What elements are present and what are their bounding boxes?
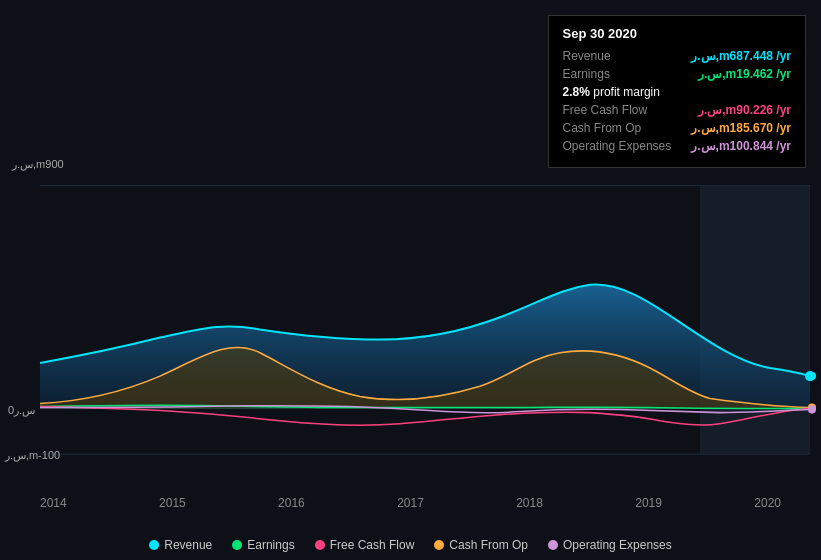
tooltip-date: Sep 30 2020 [563,26,791,41]
tooltip-label-cashop: Cash From Op [563,121,642,135]
tooltip-value-opex: س.ر,m100.844 /yr [691,139,791,153]
revenue-right-dot [808,372,816,380]
legend-label-opex: Operating Expenses [563,538,672,552]
legend-item-fcf[interactable]: Free Cash Flow [315,538,415,552]
legend: Revenue Earnings Free Cash Flow Cash Fro… [0,538,821,552]
x-label-2015: 2015 [159,496,186,510]
tooltip-box: Sep 30 2020 Revenue س.ر,m687.448 /yr Ear… [548,15,806,168]
legend-dot-opex [548,540,558,550]
zero-label: 0س.ر [8,404,35,417]
legend-dot-fcf [315,540,325,550]
neg-label: س.ر,m-100 [4,449,60,462]
chart-container: 0س.ر س.ر,m-100 [0,155,821,510]
legend-dot-revenue [149,540,159,550]
x-label-2018: 2018 [516,496,543,510]
tooltip-row-opex: Operating Expenses س.ر,m100.844 /yr [563,139,791,153]
legend-item-opex[interactable]: Operating Expenses [548,538,672,552]
tooltip-value-revenue: س.ر,m687.448 /yr [691,49,791,63]
tooltip-label-revenue: Revenue [563,49,611,63]
x-label-2017: 2017 [397,496,424,510]
tooltip-row-revenue: Revenue س.ر,m687.448 /yr [563,49,791,63]
svg-rect-3 [700,185,810,454]
tooltip-label-earnings: Earnings [563,67,610,81]
x-axis: 2014 2015 2016 2017 2018 2019 2020 [0,490,821,510]
x-label-2019: 2019 [635,496,662,510]
legend-label-fcf: Free Cash Flow [330,538,415,552]
legend-label-earnings: Earnings [247,538,294,552]
tooltip-row-cashop: Cash From Op س.ر,m185.670 /yr [563,121,791,135]
legend-item-earnings[interactable]: Earnings [232,538,294,552]
legend-item-cashop[interactable]: Cash From Op [434,538,528,552]
tooltip-row-fcf: Free Cash Flow س.ر,m90.226 /yr [563,103,791,117]
tooltip-value-earnings: س.ر,m19.462 /yr [698,67,791,81]
tooltip-value-cashop: س.ر,m185.670 /yr [691,121,791,135]
legend-dot-earnings [232,540,242,550]
tooltip-label-fcf: Free Cash Flow [563,103,648,117]
legend-item-revenue[interactable]: Revenue [149,538,212,552]
tooltip-label-opex: Operating Expenses [563,139,672,153]
opex-right-dot [808,406,816,414]
fcf-line [40,407,810,426]
x-label-2016: 2016 [278,496,305,510]
legend-label-revenue: Revenue [164,538,212,552]
tooltip-value-fcf: س.ر,m90.226 /yr [698,103,791,117]
chart-svg: 0س.ر س.ر,m-100 [0,155,821,510]
tooltip-row-earnings: Earnings س.ر,m19.462 /yr [563,67,791,81]
tooltip-profit-margin: 2.8% profit margin [563,85,791,99]
x-label-2020: 2020 [754,496,781,510]
x-label-2014: 2014 [40,496,67,510]
legend-label-cashop: Cash From Op [449,538,528,552]
legend-dot-cashop [434,540,444,550]
